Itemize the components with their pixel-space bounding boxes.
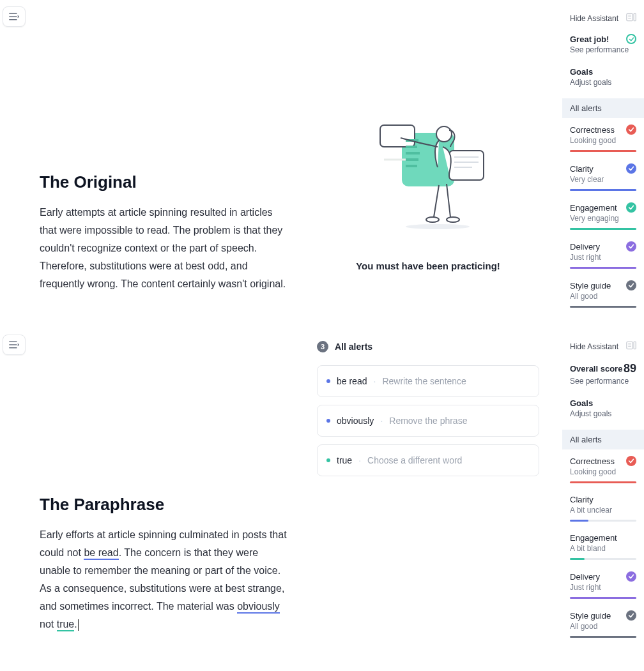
alert-word: obviously — [337, 416, 374, 426]
sidebar-toggle-button[interactable] — [3, 335, 26, 355]
category-bar — [570, 306, 636, 308]
performance-row[interactable]: Overall score89See performance — [562, 357, 644, 393]
performance-title: Great job! — [570, 34, 609, 44]
check-ring-icon — [626, 34, 636, 44]
check-circle-icon — [626, 456, 636, 466]
performance-sub: See performance — [570, 45, 636, 54]
svg-point-4 — [426, 217, 439, 222]
alert-sep: · — [373, 376, 376, 386]
alert-word: be read — [337, 376, 367, 386]
alerts-count-badge: 3 — [317, 341, 328, 352]
category-engagement[interactable]: EngagementVery engaging — [562, 196, 644, 235]
category-correctness[interactable]: CorrectnessLooking good — [562, 449, 644, 488]
mark-true[interactable]: true — [57, 619, 75, 631]
praise-text: You must have been practicing! — [319, 260, 537, 271]
alerts-block: 3 All alerts be read·Rewrite the sentenc… — [317, 341, 539, 484]
category-style guide[interactable]: Style guideAll good — [562, 274, 644, 313]
alert-card[interactable]: obviously·Remove the phrase — [317, 405, 539, 437]
text-cursor — [78, 619, 79, 631]
category-bar — [570, 267, 636, 269]
menu-icon — [9, 340, 19, 349]
category-bar — [570, 481, 636, 483]
performance-row[interactable]: Great job!See performance — [562, 29, 644, 62]
category-bar — [570, 558, 636, 560]
check-circle-icon — [626, 571, 636, 582]
hide-assistant-link[interactable]: Hide Assistant — [570, 342, 618, 351]
category-correctness[interactable]: CorrectnessLooking good — [562, 118, 644, 157]
all-alerts-section[interactable]: All alerts — [562, 430, 644, 449]
category-bar — [570, 150, 636, 152]
category-bar — [570, 228, 636, 230]
svg-rect-9 — [627, 342, 633, 349]
goals-row[interactable]: GoalsAdjust goals — [562, 62, 644, 98]
alert-dot-icon — [326, 379, 330, 383]
alert-word: true — [337, 455, 352, 465]
svg-point-6 — [406, 224, 470, 229]
alert-suggestion: Remove the phrase — [389, 416, 467, 426]
paraphrase-title: The Paraphrase — [40, 495, 289, 515]
performance-sub: See performance — [570, 377, 636, 386]
assistant-sidebar: Hide AssistantOverall score89See perform… — [562, 328, 644, 671]
category-engagement[interactable]: EngagementA bit bland — [562, 527, 644, 565]
check-circle-icon — [626, 280, 636, 290]
alert-suggestion: Rewrite the sentence — [382, 376, 466, 386]
category-bar — [570, 189, 636, 191]
original-title: The Original — [40, 172, 289, 192]
svg-point-5 — [447, 217, 459, 222]
praise-illustration — [367, 121, 489, 230]
alert-sep: · — [358, 455, 361, 465]
goals-row[interactable]: GoalsAdjust goals — [562, 393, 644, 430]
svg-point-3 — [436, 126, 452, 142]
alert-sep: · — [380, 416, 383, 426]
category-bar — [570, 636, 636, 638]
check-circle-icon — [626, 124, 636, 135]
category-style guide[interactable]: Style guideAll good — [562, 604, 644, 643]
check-circle-icon — [626, 163, 636, 174]
svg-rect-2 — [449, 151, 484, 180]
mark-be-read[interactable]: be read — [84, 547, 118, 560]
performance-title: Overall score — [570, 364, 622, 373]
all-alerts-section[interactable]: All alerts — [562, 98, 644, 118]
alert-dot-icon — [326, 458, 330, 462]
svg-rect-7 — [627, 13, 633, 20]
category-clarity[interactable]: ClarityA bit unclear — [562, 488, 644, 527]
alert-suggestion: Choose a different word — [367, 455, 462, 465]
alerts-label: All alerts — [335, 342, 372, 352]
alert-card[interactable]: true·Choose a different word — [317, 444, 539, 476]
original-body: Early attempts at article spinning resul… — [40, 204, 289, 293]
category-delivery[interactable]: DeliveryJust right — [562, 565, 644, 604]
check-circle-icon — [626, 202, 636, 213]
paraphrase-body[interactable]: Early efforts at article spinning culmin… — [40, 526, 289, 633]
panel-icon[interactable] — [626, 13, 636, 24]
sidebar-toggle-button[interactable] — [3, 6, 26, 27]
category-delivery[interactable]: DeliveryJust right — [562, 235, 644, 274]
menu-icon — [9, 12, 19, 21]
check-circle-icon — [626, 241, 636, 252]
svg-rect-1 — [380, 125, 415, 147]
overall-score: 89 — [624, 362, 636, 375]
category-bar — [570, 520, 636, 522]
category-clarity[interactable]: ClarityVery clear — [562, 157, 644, 196]
svg-rect-10 — [634, 342, 636, 349]
panel-icon[interactable] — [626, 341, 636, 352]
check-circle-icon — [626, 610, 636, 621]
hide-assistant-link[interactable]: Hide Assistant — [570, 14, 618, 23]
svg-rect-8 — [634, 13, 636, 20]
alert-card[interactable]: be read·Rewrite the sentence — [317, 365, 539, 397]
assistant-sidebar: Hide AssistantGreat job!See performanceG… — [562, 0, 644, 326]
mark-obviously[interactable]: obviously — [237, 601, 280, 614]
alert-dot-icon — [326, 419, 330, 423]
category-bar — [570, 597, 636, 599]
